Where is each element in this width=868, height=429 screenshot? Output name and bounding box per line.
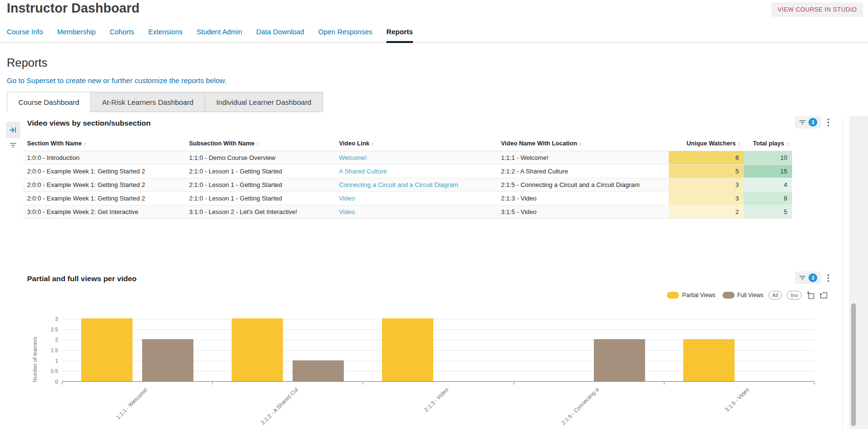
more-options-kebab-icon[interactable] bbox=[827, 118, 829, 127]
cell-section: 3:0:0 - Example Week 2: Get Interactive bbox=[23, 205, 185, 219]
filter-count-badge: 3 bbox=[809, 273, 817, 282]
applied-filters-chip[interactable]: 3 bbox=[795, 272, 821, 284]
dashboard-tab-course-dashboard[interactable]: Course Dashboard bbox=[7, 92, 91, 112]
cell-video-name: 3:1:5 - Video bbox=[497, 205, 669, 219]
sort-icon[interactable]: ▴▾ bbox=[257, 142, 259, 146]
dashboard-right-divider bbox=[842, 116, 843, 429]
legend-inv-button[interactable]: Inv bbox=[787, 291, 802, 300]
video-link[interactable]: Welcome! bbox=[339, 154, 367, 161]
nav-tab-open-responses[interactable]: Open Responses bbox=[318, 28, 372, 43]
cell-video-name: 2:1:2 - A Shared Culture bbox=[497, 165, 669, 178]
column-label: Video Name With Location bbox=[501, 140, 577, 147]
cell-video-link: Video bbox=[335, 205, 497, 219]
cell-section: 1:0:0 - Introduction bbox=[23, 151, 185, 165]
nav-tab-course-info[interactable]: Course Info bbox=[7, 28, 43, 43]
nav-tab-reports[interactable]: Reports bbox=[386, 28, 413, 43]
nav-tab-extensions[interactable]: Extensions bbox=[148, 28, 183, 43]
video-link[interactable]: Video bbox=[339, 195, 355, 202]
cell-section: 2:0:0 - Example Week 1: Getting Started … bbox=[23, 165, 185, 178]
legend-item-partial-views[interactable]: Partial Views bbox=[667, 292, 715, 299]
column-label: Section With Name bbox=[27, 140, 82, 147]
legend-swatch bbox=[667, 292, 679, 299]
table-row: 2:0:0 - Example Week 1: Getting Started … bbox=[23, 165, 792, 178]
cell-unique-watchers: 6 bbox=[669, 151, 744, 165]
zoom-reset-icon[interactable] bbox=[820, 291, 828, 300]
nav-tab-cohorts[interactable]: Cohorts bbox=[110, 28, 134, 43]
bar-partial-views-3-1-5-video bbox=[683, 339, 735, 381]
bar-chart-plot bbox=[62, 319, 814, 382]
x-axis-tick bbox=[212, 382, 213, 385]
nav-tab-data-download[interactable]: Data Download bbox=[256, 28, 304, 43]
cell-video-link: A Shared Culture bbox=[335, 165, 497, 178]
cell-subsection: 2:1:0 - Lesson 1 - Getting Started bbox=[185, 178, 335, 192]
cell-unique-watchers: 3 bbox=[669, 192, 744, 205]
main-nav: Course InfoMembershipCohortsExtensionsSt… bbox=[0, 23, 868, 43]
x-axis-label: 2:1:2 - A Shared Cul bbox=[220, 386, 299, 429]
column-label: Subsection With Name bbox=[189, 140, 254, 147]
applied-filters-chip[interactable]: 3 bbox=[795, 116, 821, 129]
cell-video-name: 1:1:1 - Welcome! bbox=[497, 151, 669, 165]
column-header-video-link: Video Link▴▾ bbox=[335, 136, 497, 151]
x-axis-tick bbox=[664, 382, 664, 385]
dashboard-tab-individual-learner-dashboard[interactable]: Individual Learner Dashboard bbox=[205, 92, 323, 112]
video-table-title: Video views by section/subsection bbox=[27, 119, 151, 128]
bar-partial-views-2-1-3-video bbox=[382, 318, 433, 381]
x-axis-tick bbox=[814, 382, 815, 385]
table-header: Section With Name▴▾Subsection With Name▴… bbox=[23, 136, 792, 151]
cell-total-plays: 4 bbox=[744, 178, 792, 192]
filter-funnel-icon bbox=[9, 142, 17, 149]
filter-rail-button[interactable] bbox=[7, 141, 19, 150]
view-course-in-studio-button[interactable]: VIEW COURSE IN STUDIO bbox=[771, 2, 863, 17]
y-axis-labels: 00.511.522.53 bbox=[34, 319, 58, 382]
more-options-kebab-icon[interactable] bbox=[827, 274, 829, 282]
x-axis-label: 3:1:5 - Video bbox=[671, 386, 750, 429]
video-link[interactable]: A Shared Culture bbox=[339, 168, 387, 175]
table-row: 2:0:0 - Example Week 1: Getting Started … bbox=[23, 192, 792, 205]
filter-funnel-icon bbox=[799, 119, 806, 126]
nav-tab-membership[interactable]: Membership bbox=[57, 28, 96, 43]
sort-icon[interactable]: ▴▾ bbox=[786, 142, 788, 146]
zoom-select-icon[interactable] bbox=[807, 291, 815, 300]
x-axis-tick bbox=[363, 382, 363, 385]
video-views-table: Section With Name▴▾Subsection With Name▴… bbox=[23, 136, 792, 219]
page-title: Instructor Dashboard bbox=[7, 1, 140, 16]
video-link[interactable]: Video bbox=[339, 208, 355, 215]
table-row: 1:0:0 - Introduction1:1:0 - Demo Course … bbox=[23, 151, 792, 165]
x-axis-label: 2:1:5 - Connecting a bbox=[521, 386, 600, 429]
sort-icon[interactable]: ▴▾ bbox=[738, 142, 740, 146]
column-label: Unique Watchers bbox=[687, 140, 736, 147]
expand-filters-icon bbox=[9, 126, 17, 134]
legend-all-button[interactable]: All bbox=[768, 291, 782, 300]
column-header-video-name-with-location: Video Name With Location▴▾ bbox=[497, 136, 669, 151]
nav-tab-student-admin[interactable]: Student Admin bbox=[196, 28, 242, 43]
sort-icon[interactable]: ▴▾ bbox=[372, 142, 374, 146]
legend-item-full-views[interactable]: Full Views bbox=[722, 292, 764, 299]
bar-partial-views-1-1-1-welcome bbox=[81, 318, 132, 381]
instructor-dashboard-page: Instructor Dashboard VIEW COURSE IN STUD… bbox=[0, 0, 868, 429]
filter-count-badge: 3 bbox=[809, 118, 817, 127]
bar-full-views-2-1-2-a-shared-cul bbox=[293, 360, 344, 381]
sort-icon[interactable]: ▴▾ bbox=[579, 142, 581, 146]
table-row: 2:0:0 - Example Week 1: Getting Started … bbox=[23, 178, 792, 192]
y-axis-tick-label: 2.5 bbox=[51, 327, 58, 332]
x-axis: 1:1:1 - Welcome!2:1:2 - A Shared Cul2:1:… bbox=[62, 382, 814, 429]
table-body: 1:0:0 - Introduction1:1:0 - Demo Course … bbox=[23, 151, 792, 219]
cell-subsection: 1:1:0 - Demo Course Overview bbox=[185, 151, 335, 165]
expand-filter-bar-button[interactable] bbox=[6, 122, 20, 138]
y-axis-tick-label: 3 bbox=[55, 316, 58, 322]
sort-icon[interactable]: ▴▾ bbox=[84, 142, 86, 146]
scrollbar-thumb[interactable] bbox=[851, 303, 856, 426]
column-header-total-plays: Total plays▴▾ bbox=[744, 136, 792, 151]
dashboard-tab-at-risk-learners-dashboard[interactable]: At-Risk Learners Dashboard bbox=[90, 92, 205, 112]
y-axis-tick-label: 1 bbox=[55, 358, 58, 364]
x-axis-label: 1:1:1 - Welcome! bbox=[69, 386, 148, 429]
cell-section: 2:0:0 - Example Week 1: Getting Started … bbox=[23, 178, 185, 192]
video-link[interactable]: Connecting a Circuit and a Circuit Diagr… bbox=[339, 181, 458, 188]
reports-heading: Reports bbox=[7, 56, 47, 70]
superset-link[interactable]: Go to Superset to create new or further … bbox=[7, 76, 226, 85]
cell-unique-watchers: 3 bbox=[669, 178, 744, 192]
column-label: Total plays bbox=[753, 140, 784, 147]
column-label: Video Link bbox=[339, 140, 369, 147]
cell-unique-watchers: 5 bbox=[669, 165, 744, 178]
chart-legend: Partial ViewsFull Views All Inv bbox=[667, 291, 828, 300]
